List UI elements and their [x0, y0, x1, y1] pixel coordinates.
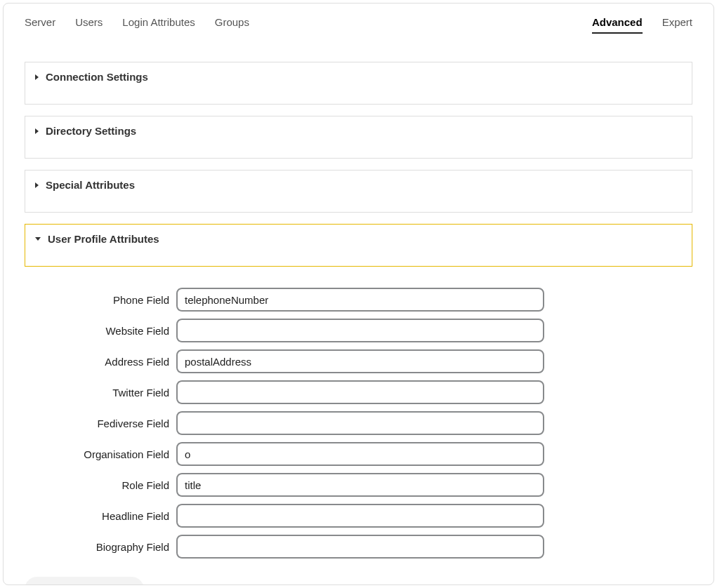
label-headline: Headline Field [25, 510, 176, 522]
section-user-profile: User Profile Attributes [25, 224, 692, 267]
section-special-title: Special Attributes [46, 179, 135, 191]
row-twitter: Twitter Field [25, 380, 692, 404]
row-biography: Biography Field [25, 535, 692, 559]
label-phone: Phone Field [25, 294, 176, 306]
input-address[interactable] [176, 349, 544, 373]
tab-groups[interactable]: Groups [215, 16, 249, 34]
input-twitter[interactable] [176, 380, 544, 404]
caret-right-icon [35, 182, 39, 188]
info-icon: i [154, 584, 157, 585]
row-headline: Headline Field [25, 504, 692, 528]
label-twitter: Twitter Field [25, 387, 176, 399]
settings-panel: Server Users Login Attributes Groups Adv… [3, 3, 714, 585]
section-connection-title: Connection Settings [46, 71, 148, 83]
input-biography[interactable] [176, 535, 544, 559]
tab-server[interactable]: Server [25, 16, 55, 34]
row-address: Address Field [25, 349, 692, 373]
tab-advanced[interactable]: Advanced [592, 16, 643, 34]
input-phone[interactable] [176, 288, 544, 312]
row-phone: Phone Field [25, 288, 692, 312]
section-user-profile-header[interactable]: User Profile Attributes [25, 225, 692, 266]
sections: Connection Settings Directory Settings S… [4, 42, 713, 283]
label-biography: Biography Field [25, 541, 176, 553]
user-profile-form: Phone Field Website Field Address Field … [4, 283, 713, 573]
section-directory-header[interactable]: Directory Settings [25, 116, 692, 158]
label-website: Website Field [25, 325, 176, 337]
label-role: Role Field [25, 479, 176, 491]
section-connection: Connection Settings [25, 62, 692, 105]
help-label: Help [161, 583, 183, 585]
section-special: Special Attributes [25, 170, 692, 213]
label-fediverse: Fediverse Field [25, 417, 176, 429]
tab-expert[interactable]: Expert [662, 16, 692, 34]
row-website: Website Field [25, 319, 692, 342]
input-fediverse[interactable] [176, 411, 544, 435]
tab-users[interactable]: Users [75, 16, 103, 34]
caret-right-icon [35, 128, 39, 134]
input-organisation[interactable] [176, 442, 544, 466]
input-website[interactable] [176, 319, 544, 342]
section-directory-title: Directory Settings [46, 125, 136, 137]
footer: Test Configuration i Help [4, 573, 713, 585]
test-configuration-button[interactable]: Test Configuration [25, 577, 144, 585]
input-headline[interactable] [176, 504, 544, 528]
caret-right-icon [35, 74, 39, 80]
row-fediverse: Fediverse Field [25, 411, 692, 435]
label-organisation: Organisation Field [25, 448, 176, 460]
tab-login-attributes[interactable]: Login Attributes [122, 16, 195, 34]
row-role: Role Field [25, 473, 692, 497]
input-role[interactable] [176, 473, 544, 497]
row-organisation: Organisation Field [25, 442, 692, 466]
label-address: Address Field [25, 356, 176, 368]
section-special-header[interactable]: Special Attributes [25, 171, 692, 212]
help-link[interactable]: i Help [154, 583, 183, 585]
section-connection-header[interactable]: Connection Settings [25, 62, 692, 104]
caret-down-icon [35, 237, 41, 241]
tab-bar: Server Users Login Attributes Groups Adv… [4, 4, 713, 42]
section-directory: Directory Settings [25, 116, 692, 159]
section-user-profile-title: User Profile Attributes [48, 233, 159, 245]
